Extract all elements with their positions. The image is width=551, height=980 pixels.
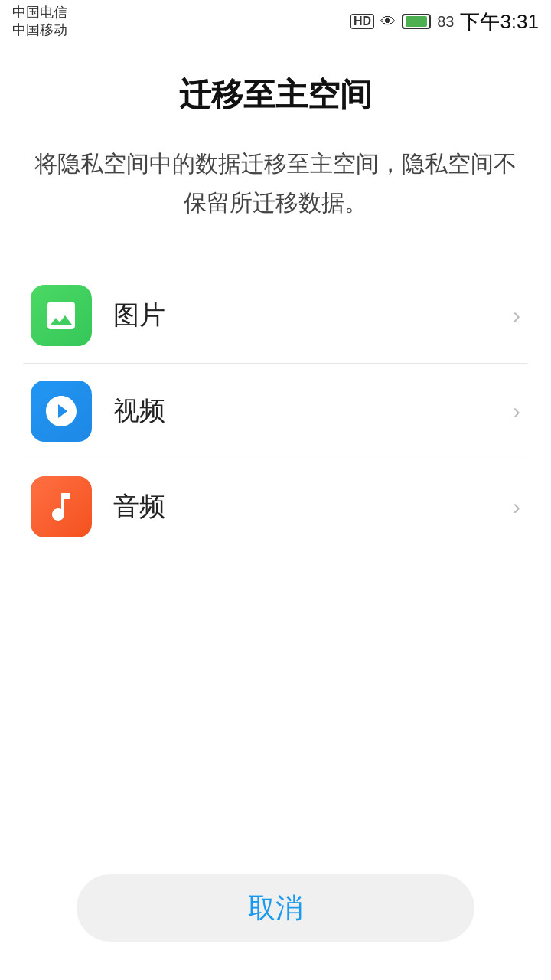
- main-content: 迁移至主空间 将隐私空间中的数据迁移至主空间，隐私空间不保留所迁移数据。 图片 …: [0, 43, 551, 554]
- eye-icon: 👁: [380, 13, 396, 31]
- audio-label: 音频: [113, 489, 513, 524]
- carrier-info: 中国电信 中国移动: [12, 4, 67, 40]
- videos-arrow: ›: [513, 398, 520, 424]
- migration-list: 图片 › 视频 › 音频 ›: [23, 268, 528, 554]
- status-right: HD 👁 83 下午3:31: [350, 8, 539, 35]
- pictures-label: 图片: [113, 298, 513, 333]
- cancel-button-area: 取消: [77, 874, 474, 942]
- videos-icon: [31, 381, 92, 442]
- audio-arrow: ›: [513, 494, 520, 520]
- list-item-pictures[interactable]: 图片 ›: [23, 268, 528, 364]
- cancel-button[interactable]: 取消: [77, 874, 474, 942]
- carrier1: 中国电信: [12, 4, 67, 21]
- battery-percent: 83: [437, 13, 454, 31]
- carrier2: 中国移动: [12, 21, 67, 39]
- videos-label: 视频: [113, 394, 513, 429]
- hd-badge: HD: [350, 14, 374, 29]
- page-title: 迁移至主空间: [23, 74, 528, 116]
- page-description: 将隐私空间中的数据迁移至主空间，隐私空间不保留所迁移数据。: [23, 144, 528, 222]
- pictures-icon: [31, 285, 92, 346]
- pictures-arrow: ›: [513, 302, 520, 328]
- status-bar: 中国电信 中国移动 HD 👁 83 下午3:31: [0, 0, 551, 43]
- list-item-audio[interactable]: 音频 ›: [23, 459, 528, 554]
- audio-icon: [31, 476, 92, 537]
- time-display: 下午3:31: [460, 8, 539, 35]
- battery-icon: [402, 14, 431, 29]
- list-item-videos[interactable]: 视频 ›: [23, 364, 528, 459]
